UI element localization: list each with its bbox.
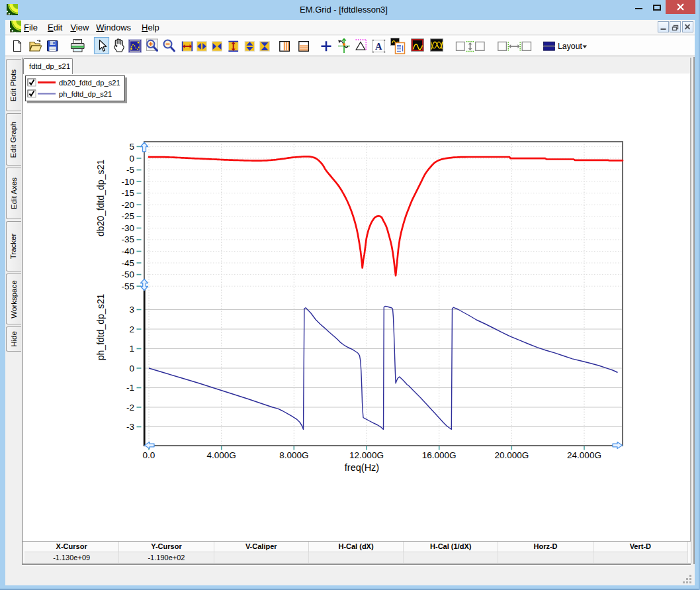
svg-text:-50: -50 [121,270,134,279]
svg-text:-2: -2 [126,403,134,413]
svg-text:-55: -55 [121,281,134,291]
svg-text:20.000G: 20.000G [494,450,529,460]
svg-text:1: 1 [129,344,134,354]
svg-text:-5: -5 [126,165,134,175]
svg-text:-20: -20 [121,200,134,210]
svg-text:ph_fdtd_dp_s21: ph_fdtd_dp_s21 [95,294,106,361]
svg-text:-3: -3 [126,422,134,432]
svg-text:3: 3 [129,305,134,315]
svg-text:16.000G: 16.000G [422,450,457,460]
svg-text:freq(Hz): freq(Hz) [345,462,379,473]
svg-text:-25: -25 [121,211,134,221]
svg-text:0: 0 [129,364,134,373]
svg-text:-45: -45 [121,258,134,268]
svg-text:12.000G: 12.000G [349,450,384,460]
svg-text:0.0: 0.0 [143,450,155,460]
svg-text:db20_fdtd_dp_s21: db20_fdtd_dp_s21 [95,160,106,236]
svg-text:4.000G: 4.000G [207,450,236,460]
svg-text:2: 2 [129,324,134,334]
svg-text:0: 0 [129,154,134,164]
svg-text:-10: -10 [121,177,134,187]
svg-text:-15: -15 [121,188,134,198]
svg-text:-1: -1 [126,383,134,393]
svg-text:5: 5 [129,142,134,152]
svg-text:24.000G: 24.000G [567,450,601,460]
svg-text:8.000G: 8.000G [279,450,308,460]
svg-text:-35: -35 [121,234,134,244]
svg-text:-40: -40 [121,246,134,256]
svg-text:-30: -30 [121,223,134,233]
